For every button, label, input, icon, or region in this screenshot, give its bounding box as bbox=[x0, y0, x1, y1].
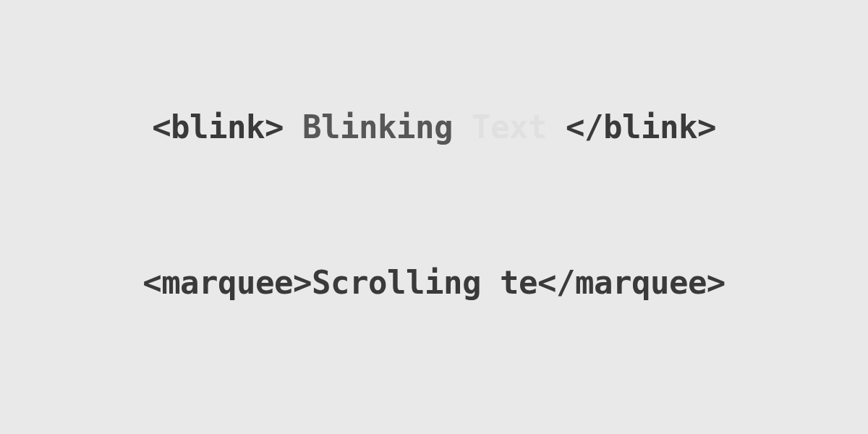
marquee-close-tag: </marquee> bbox=[537, 264, 726, 301]
marquee-example-line: <marquee>Scrolling te</marquee> bbox=[0, 264, 868, 301]
blink-example-line: <blink> Blinking Text </blink> bbox=[0, 109, 868, 145]
marquee-content: Scrolling te bbox=[312, 264, 537, 301]
demo-canvas: <blink> Blinking Text </blink> <marquee>… bbox=[0, 0, 868, 434]
marquee-open-tag: <marquee> bbox=[142, 264, 312, 301]
blink-close-tag: </blink> bbox=[566, 109, 716, 145]
blink-content-word-2: Text bbox=[472, 109, 547, 145]
blink-open-tag: <blink> bbox=[152, 109, 284, 145]
blink-content-word-1: Blinking bbox=[302, 109, 453, 145]
